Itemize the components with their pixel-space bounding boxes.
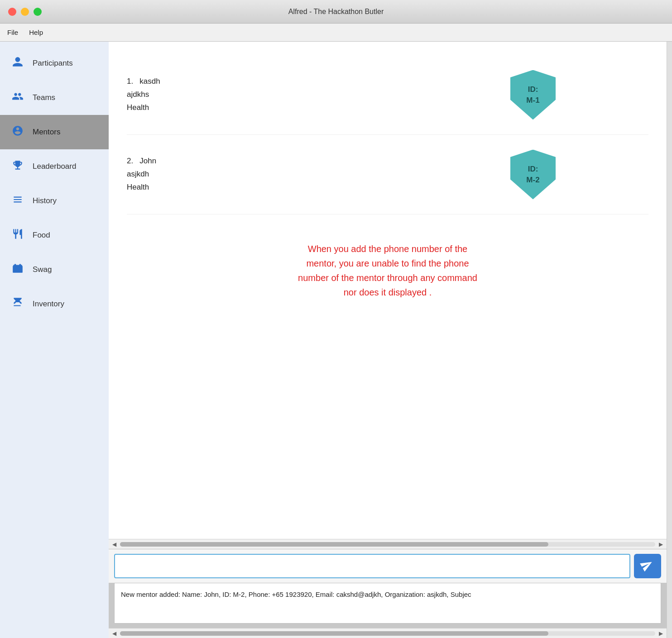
mentor-1-name: kasdh (139, 77, 160, 86)
minimize-button[interactable] (21, 8, 29, 16)
mentor-2-org: asjkdh (127, 170, 149, 178)
sidebar-item-participants[interactable]: Participants (0, 46, 109, 81)
maximize-button[interactable] (34, 8, 42, 16)
mentor-2-name: John (139, 157, 156, 165)
mentor-row-2: 2. John asjkdh Health ID:M-2 (127, 135, 648, 214)
output-area: New mentor added: Name: John, ID: M-2, P… (114, 583, 661, 624)
menu-file[interactable]: File (7, 29, 18, 36)
mentor-icon (11, 125, 24, 139)
shield-text-2: ID:M-2 (526, 164, 539, 186)
scroll-track[interactable] (120, 542, 655, 547)
mentor-info-1: 1. kasdh ajdkhs Health (127, 75, 263, 114)
menu-help[interactable]: Help (29, 29, 43, 36)
mentor-2-number: 2. (127, 157, 133, 165)
sidebar-label-history: History (33, 196, 57, 205)
content-scroll[interactable]: 1. kasdh ajdkhs Health ID:M-1 2. (109, 42, 667, 539)
sidebar-item-swag[interactable]: Swag (0, 252, 109, 287)
mentor-1-org: ajdkhs (127, 90, 149, 99)
scroll-right-arrow[interactable]: ▶ (657, 541, 665, 548)
history-icon (11, 194, 24, 208)
sidebar-label-swag: Swag (33, 265, 52, 274)
scroll-left-arrow[interactable]: ◀ (110, 541, 118, 548)
sidebar-item-leaderboard[interactable]: Leaderboard (0, 149, 109, 184)
sidebar-label-food: Food (33, 231, 50, 240)
food-icon (11, 228, 24, 243)
sidebar-item-mentors[interactable]: Mentors (0, 115, 109, 149)
group-icon (11, 90, 24, 105)
h-scrollbar[interactable]: ◀ ▶ (109, 539, 667, 549)
sidebar-item-teams[interactable]: Teams (0, 81, 109, 115)
sidebar-item-inventory[interactable]: Inventory (0, 287, 109, 321)
sidebar-item-food[interactable]: Food (0, 218, 109, 252)
inventory-icon (11, 297, 24, 311)
window-title: Alfred - The Hackathon Butler (288, 8, 384, 16)
bottom-scroll-left[interactable]: ◀ (110, 630, 118, 637)
app-area: Participants Teams Mentors Leaderboard H (0, 42, 672, 638)
close-button[interactable] (8, 8, 16, 16)
sidebar-item-history[interactable]: History (0, 184, 109, 218)
warning-text: When you add the phone number of the men… (297, 242, 478, 300)
send-icon (638, 556, 657, 576)
sidebar: Participants Teams Mentors Leaderboard H (0, 42, 109, 638)
right-panel (667, 42, 672, 638)
bottom-scroll-thumb[interactable] (120, 631, 548, 636)
shield-1: ID:M-1 (510, 70, 556, 120)
sidebar-label-leaderboard: Leaderboard (33, 162, 76, 171)
mentor-badge-2: ID:M-2 (508, 148, 558, 200)
command-input[interactable] (114, 554, 630, 578)
shield-2: ID:M-2 (510, 150, 556, 200)
swag-icon (11, 262, 24, 277)
shield-text-1: ID:M-1 (526, 84, 539, 106)
scroll-thumb[interactable] (120, 542, 548, 547)
trophy-icon (11, 159, 24, 174)
send-button[interactable] (634, 554, 661, 578)
mentor-row: 1. kasdh ajdkhs Health ID:M-1 (127, 55, 648, 135)
person-icon (11, 56, 24, 71)
title-bar: Alfred - The Hackathon Butler (0, 0, 672, 24)
input-area (109, 549, 667, 583)
warning-section: When you add the phone number of the men… (127, 214, 648, 327)
mentor-badge-1: ID:M-1 (508, 69, 558, 121)
mentor-1-number: 1. (127, 77, 133, 86)
menu-bar: File Help (0, 24, 672, 42)
bottom-scroll-right[interactable]: ▶ (657, 630, 665, 637)
output-text: New mentor added: Name: John, ID: M-2, P… (121, 590, 471, 598)
sidebar-label-mentors: Mentors (33, 128, 60, 137)
content-area: 1. kasdh ajdkhs Health ID:M-1 2. (109, 42, 667, 549)
mentor-info-2: 2. John asjkdh Health (127, 155, 263, 194)
window-controls (8, 8, 42, 16)
mentor-2-subject: Health (127, 183, 149, 191)
sidebar-label-teams: Teams (33, 93, 55, 102)
mentor-1-subject: Health (127, 103, 149, 112)
sidebar-label-inventory: Inventory (33, 300, 64, 309)
sidebar-label-participants: Participants (33, 59, 73, 68)
bottom-scroll-track[interactable] (120, 631, 655, 636)
bottom-scrollbar[interactable]: ◀ ▶ (109, 628, 667, 638)
